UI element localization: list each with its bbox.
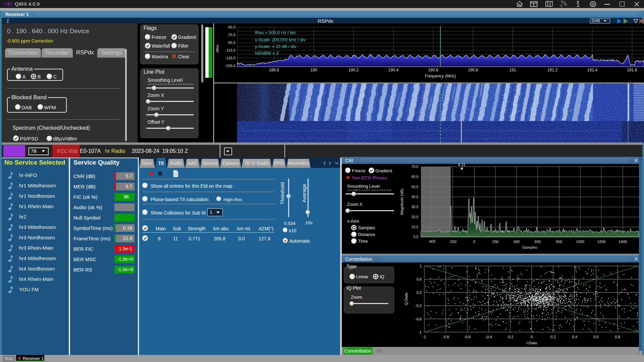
svg-text:-0.4: -0.4 <box>486 335 492 339</box>
svg-text:0: 0 <box>531 335 533 339</box>
svg-text:Samples: Samples <box>522 245 537 249</box>
svg-text:-0.6: -0.6 <box>464 335 471 339</box>
svg-text:0: 0 <box>473 240 475 244</box>
svg-text:-55.0: -55.0 <box>227 25 235 29</box>
svg-text:190: 190 <box>311 68 317 72</box>
svg-text:NENBW = 2: NENBW = 2 <box>255 51 278 56</box>
svg-text:6 11: 6 11 <box>458 163 466 167</box>
svg-text:Q-Data: Q-Data <box>404 293 408 305</box>
svg-text:0.6: 0.6 <box>417 277 422 281</box>
svg-text:1400: 1400 <box>619 240 627 244</box>
svg-text:191.2: 191.2 <box>547 68 557 72</box>
svg-text:-135.0: -135.0 <box>225 56 235 60</box>
svg-text:200: 200 <box>492 240 498 244</box>
svg-text:0.4: 0.4 <box>572 335 577 339</box>
svg-text:-155.0: -155.0 <box>225 64 235 68</box>
svg-text:190.4: 190.4 <box>388 68 398 72</box>
svg-text:0.8: 0.8 <box>615 335 620 339</box>
svg-text:191.6: 191.6 <box>627 68 637 72</box>
svg-text:-0.6: -0.6 <box>415 317 422 321</box>
svg-text:50.0: 50.0 <box>412 185 419 189</box>
svg-text:-115.0: -115.0 <box>225 48 235 52</box>
svg-text:y-Scale: = 10 dB / div: y-Scale: = 10 dB / div <box>255 44 297 49</box>
svg-text:Magnitude (dB): Magnitude (dB) <box>400 189 404 215</box>
svg-text:60.0: 60.0 <box>412 175 419 179</box>
svg-text:30.0: 30.0 <box>412 205 419 209</box>
svg-text:-1: -1 <box>423 335 426 339</box>
svg-text:189.8: 189.8 <box>269 68 279 72</box>
svg-text:Frequency (MHz): Frequency (MHz) <box>425 74 456 78</box>
svg-text:0.2: 0.2 <box>417 291 422 295</box>
svg-text:190.2: 190.2 <box>348 68 359 72</box>
svg-text:70.0: 70.0 <box>412 165 419 169</box>
svg-text:0.6: 0.6 <box>593 335 598 339</box>
svg-text:20.0: 20.0 <box>412 215 419 219</box>
svg-text:10.0: 10.0 <box>412 225 419 229</box>
svg-text:-400: -400 <box>428 239 435 243</box>
svg-text:fRes = 500,0 Hz / bin: fRes = 500,0 Hz / bin <box>255 30 296 35</box>
svg-text:-0.2: -0.2 <box>507 335 514 339</box>
svg-text:-95.0: -95.0 <box>227 41 235 45</box>
svg-text:1000: 1000 <box>576 240 584 244</box>
svg-text:dBm: dBm <box>215 45 219 53</box>
svg-text:-0.8: -0.8 <box>443 335 449 339</box>
svg-text:-75.0: -75.0 <box>227 33 235 37</box>
svg-text:191: 191 <box>509 68 516 72</box>
svg-text:0.0: 0.0 <box>413 235 418 239</box>
svg-text:1: 1 <box>420 264 422 268</box>
svg-text:600: 600 <box>535 240 541 244</box>
svg-text:190.6: 190.6 <box>428 68 438 72</box>
svg-text:40.0: 40.0 <box>412 195 419 199</box>
svg-text:-0.2: -0.2 <box>415 304 422 308</box>
svg-text:0.2: 0.2 <box>550 335 555 339</box>
svg-text:x-Scale: 200,000 kHz / div: x-Scale: 200,000 kHz / div <box>255 37 306 42</box>
svg-text:190.8: 190.8 <box>468 68 478 72</box>
svg-text:I-Data: I-Data <box>526 341 537 345</box>
svg-text:-200: -200 <box>449 240 457 244</box>
svg-text:-1: -1 <box>418 330 422 334</box>
svg-text:191.4: 191.4 <box>587 68 597 72</box>
svg-text:400: 400 <box>514 240 520 244</box>
svg-text:800: 800 <box>556 240 562 244</box>
svg-text:1200: 1200 <box>597 240 605 244</box>
